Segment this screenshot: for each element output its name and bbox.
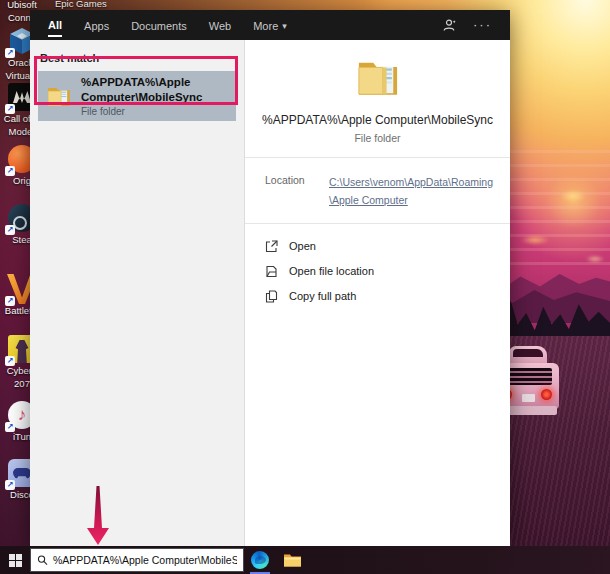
desktop-icon-label: iTun [13, 432, 31, 443]
location-label: Location [265, 173, 329, 210]
open-icon [265, 240, 278, 253]
windows-search-flyout: All Apps Documents Web More ▾ ··· [30, 10, 510, 546]
shortcut-arrow-icon: ↗ [5, 296, 15, 306]
tab-apps[interactable]: Apps [84, 14, 109, 36]
chevron-down-icon: ▾ [282, 21, 287, 31]
shortcut-arrow-icon: ↗ [5, 48, 15, 58]
best-match-header: Best match [36, 46, 238, 69]
action-copy-full-path[interactable]: Copy full path [265, 284, 496, 309]
action-label: Open file location [289, 265, 374, 277]
location-row: Location C:\Users\venom\AppData\Roaming\… [245, 158, 510, 224]
action-label: Copy full path [289, 290, 356, 302]
copy-icon [265, 290, 278, 303]
taskbar-edge-button[interactable] [244, 546, 276, 574]
folder-icon [46, 84, 72, 108]
shortcut-arrow-icon: ↗ [5, 104, 15, 114]
wallpaper-sun-reflection [560, 190, 586, 202]
details-subtitle: File folder [255, 132, 500, 144]
more-options-icon[interactable]: ··· [473, 20, 492, 30]
folder-icon-large [355, 56, 401, 98]
result-title: Computer\MobileSync [81, 90, 202, 105]
tab-documents[interactable]: Documents [131, 14, 187, 36]
taskbar-file-explorer-button[interactable] [276, 546, 308, 574]
result-details-panel: %APPDATA%\Apple Computer\MobileSync File… [245, 40, 510, 546]
desktop-screen: Ubisoft Conne Epic Games ↗ Oracle Virtua… [0, 0, 610, 574]
location-link[interactable]: C:\Users\venom\AppData\Roaming\Apple Com… [329, 173, 496, 210]
desktop-icon-label: 207 [14, 379, 30, 390]
taskbar-search-value: %APPDATA%\Apple Computer\MobileSync [53, 554, 237, 566]
open-file-location-icon [265, 265, 278, 278]
desktop-icon-epic-games[interactable]: Epic Games [55, 0, 107, 9]
result-type: File folder [81, 106, 202, 117]
tab-web[interactable]: Web [209, 14, 231, 36]
shortcut-arrow-icon: ↗ [5, 225, 15, 235]
action-label: Open [289, 240, 316, 252]
shortcut-arrow-icon: ↗ [5, 356, 15, 366]
details-hero: %APPDATA%\Apple Computer\MobileSync File… [245, 40, 510, 158]
action-open-file-location[interactable]: Open file location [265, 259, 496, 284]
search-icon [37, 554, 48, 566]
details-title: %APPDATA%\Apple Computer\MobileSync [255, 113, 500, 127]
action-open[interactable]: Open [265, 234, 496, 259]
taskbar: %APPDATA%\Apple Computer\MobileSync [0, 546, 610, 574]
actions-list: Open Open file location [245, 224, 510, 319]
wallpaper-valley-light [520, 235, 550, 245]
shortcut-arrow-icon: ↗ [5, 422, 15, 432]
windows-logo-icon [9, 554, 22, 567]
best-match-result[interactable]: %APPDATA%\Apple Computer\MobileSync File… [38, 71, 236, 121]
taskbar-search-box[interactable]: %APPDATA%\Apple Computer\MobileSync [30, 548, 244, 572]
start-button[interactable] [0, 546, 30, 574]
search-tabbar: All Apps Documents Web More ▾ ··· [30, 10, 510, 40]
shortcut-arrow-icon: ↗ [5, 166, 15, 176]
account-icon[interactable] [442, 18, 457, 32]
wallpaper-valley-light [585, 255, 605, 263]
result-title: %APPDATA%\Apple [81, 75, 202, 90]
search-results-panel: Best match %APPDATA%\Apple Computer\Mobi… [30, 40, 245, 546]
edge-icon [251, 551, 269, 569]
file-explorer-icon [283, 553, 302, 568]
tab-all[interactable]: All [48, 13, 62, 37]
desktop-icon-label: Stea [12, 235, 32, 246]
desktop-icon-label: Orig [13, 176, 31, 187]
shortcut-arrow-icon: ↗ [5, 480, 15, 490]
tab-more[interactable]: More ▾ [253, 14, 287, 36]
